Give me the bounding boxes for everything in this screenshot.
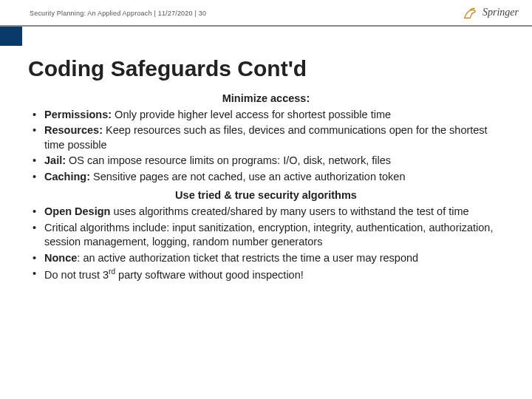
list-item: Open Design uses algorithms created/shar… <box>33 205 504 219</box>
bullet-list-2: Open Design uses algorithms created/shar… <box>28 205 504 283</box>
list-item: Caching: Sensitive pages are not cached,… <box>33 170 504 185</box>
list-item: Resources: Keep resources such as files,… <box>33 123 504 152</box>
bullet-list-1: Permissions: Only provide higher level a… <box>28 108 504 185</box>
list-item: Permissions: Only provide higher level a… <box>33 108 504 123</box>
accent-block <box>0 27 22 46</box>
top-bar: Security Planning: An Applied Approach |… <box>0 0 532 27</box>
subheading-1: Minimize access: <box>28 92 504 106</box>
list-item: Critical algorithms include: input sanit… <box>33 221 504 250</box>
springer-horse-icon <box>462 4 478 21</box>
doc-date: 11/27/2020 <box>158 10 193 17</box>
header-meta: Security Planning: An Applied Approach |… <box>30 10 206 17</box>
body-text: Minimize access: Permissions: Only provi… <box>28 92 504 283</box>
slide-title: Coding Safeguards Cont'd <box>28 56 504 81</box>
top-divider <box>0 25 532 27</box>
svg-point-0 <box>474 8 474 9</box>
list-item: Do not trust 3rd party software without … <box>33 267 504 282</box>
subheading-2: Use tried & true security algorithms <box>28 188 504 203</box>
slide: Security Planning: An Applied Approach |… <box>0 0 532 399</box>
content-area: Coding Safeguards Cont'd Minimize access… <box>0 27 532 283</box>
publisher-name: Springer <box>482 7 519 18</box>
page-number: 30 <box>199 10 206 17</box>
doc-title: Security Planning: An Applied Approach <box>30 10 152 17</box>
list-item: Nonce: an active authorization ticket th… <box>33 251 504 266</box>
publisher-logo: Springer <box>462 4 519 21</box>
list-item: Jail: OS can impose resource limits on p… <box>33 154 504 168</box>
